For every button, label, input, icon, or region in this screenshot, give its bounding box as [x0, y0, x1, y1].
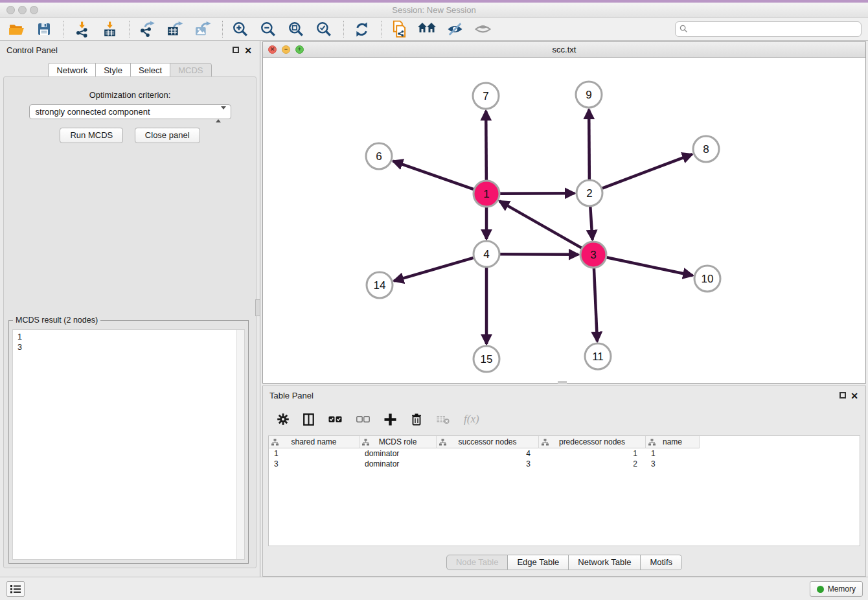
export-network-icon[interactable]: [137, 19, 157, 39]
cell-predecessor-nodes[interactable]: 2: [539, 459, 646, 469]
edge-2-8[interactable]: [602, 154, 692, 188]
delete-column-icon[interactable]: [411, 413, 422, 426]
node-8[interactable]: 8: [693, 136, 719, 162]
zoom-fit-icon[interactable]: [286, 19, 306, 39]
cell-name[interactable]: 1: [646, 448, 700, 459]
node-2[interactable]: 2: [577, 180, 602, 206]
hide-details-eye-icon[interactable]: [445, 19, 464, 39]
task-history-button[interactable]: [6, 581, 25, 597]
close-panel-button[interactable]: Close panel: [135, 128, 200, 143]
function-builder-icon-disabled: f(x): [464, 413, 479, 426]
settings-gear-icon[interactable]: [277, 413, 289, 425]
refresh-layout-icon[interactable]: [352, 19, 371, 39]
float-panel-icon[interactable]: [233, 47, 239, 53]
column-label: shared name: [291, 437, 336, 446]
cell-shared-name[interactable]: 1: [269, 448, 360, 459]
result-scrollbar[interactable]: [236, 330, 244, 559]
node-6[interactable]: 6: [366, 143, 392, 169]
edge-3-1[interactable]: [499, 201, 582, 248]
edge-1-6[interactable]: [393, 161, 474, 189]
mcds-result-text[interactable]: 1 3: [13, 330, 236, 559]
import-table-icon[interactable]: [100, 19, 119, 39]
application-window: Session: New Session: [0, 0, 868, 600]
dropdown-value: strongly connected component: [36, 107, 150, 117]
close-panel-icon[interactable]: ✕: [244, 41, 252, 60]
tab-network-table[interactable]: Network Table: [569, 555, 641, 570]
control-panel: Control Panel ✕ NetworkStyleSelectMCDS O…: [0, 41, 260, 577]
run-mcds-button[interactable]: Run MCDS: [60, 128, 123, 143]
zoom-in-icon[interactable]: [231, 19, 250, 39]
column-layout-icon[interactable]: [303, 413, 314, 426]
node-7[interactable]: 7: [473, 83, 499, 109]
edge-3-10[interactable]: [607, 257, 693, 275]
add-column-icon[interactable]: [384, 413, 396, 426]
svg-text:4: 4: [483, 248, 489, 260]
search-input[interactable]: [675, 21, 862, 37]
column-header-MCDS-role[interactable]: MCDS role: [360, 436, 437, 448]
edge-4-14[interactable]: [394, 258, 474, 281]
cell-MCDS-role[interactable]: dominator: [360, 448, 437, 459]
column-label: MCDS role: [379, 437, 417, 446]
edge-1-7[interactable]: [486, 111, 486, 180]
network-window-titlebar[interactable]: ✕ − + scc.txt: [263, 42, 865, 58]
node-11[interactable]: 11: [585, 343, 611, 369]
cell-successor-nodes[interactable]: 3: [437, 459, 539, 469]
column-header-name[interactable]: name: [646, 436, 700, 448]
export-table-icon[interactable]: [165, 19, 185, 39]
column-header-successor-nodes[interactable]: successor nodes: [437, 436, 539, 448]
table-panel-tabs: Node TableEdge TableNetwork TableMotifs: [263, 555, 865, 570]
clone-network-icon[interactable]: [389, 19, 409, 39]
column-tree-icon: [648, 439, 656, 446]
network-canvas[interactable]: 1234678910111415: [263, 58, 865, 383]
node-10[interactable]: 10: [694, 266, 720, 292]
deselect-all-columns-icon[interactable]: [356, 416, 370, 423]
select-all-columns-icon[interactable]: [328, 416, 342, 423]
column-tree-icon: [271, 439, 279, 446]
show-details-eye-icon[interactable]: [473, 19, 492, 39]
float-table-panel-icon[interactable]: [839, 392, 846, 398]
column-header-shared-name[interactable]: shared name: [269, 436, 360, 448]
tab-edge-table[interactable]: Edge Table: [508, 555, 569, 570]
home-icon[interactable]: [417, 19, 437, 39]
close-table-panel-icon[interactable]: ✕: [851, 386, 858, 406]
edge-2-9[interactable]: [589, 110, 589, 179]
cell-name[interactable]: 3: [646, 459, 700, 469]
node-4[interactable]: 4: [474, 241, 499, 267]
node-9[interactable]: 9: [576, 82, 602, 108]
edge-3-11[interactable]: [594, 268, 597, 341]
node-15[interactable]: 15: [474, 346, 499, 372]
optimization-criterion-dropdown[interactable]: strongly connected component: [29, 104, 231, 119]
cell-predecessor-nodes[interactable]: 1: [539, 448, 646, 459]
zoom-out-icon[interactable]: [258, 19, 278, 39]
network-window: ✕ − + scc.txt 1234678910111415: [262, 41, 866, 384]
memory-button[interactable]: Memory: [810, 581, 863, 597]
svg-text:14: 14: [374, 279, 386, 292]
edge-1-2[interactable]: [500, 193, 575, 194]
cell-shared-name[interactable]: 3: [269, 459, 360, 469]
column-header-predecessor-nodes[interactable]: predecessor nodes: [539, 436, 646, 448]
column-label: name: [663, 437, 682, 446]
control-panel-header: Control Panel ✕: [0, 41, 260, 60]
table-panel: Table Panel ✕: [262, 386, 866, 577]
table-row[interactable]: 1dominator411: [269, 448, 860, 459]
export-image-icon[interactable]: [193, 19, 212, 39]
network-resize-handle[interactable]: [558, 381, 567, 384]
zoom-selected-icon[interactable]: [314, 19, 334, 39]
edge-2-3[interactable]: [590, 207, 592, 240]
column-label: predecessor nodes: [559, 437, 625, 446]
status-bar: Memory: [0, 577, 868, 600]
import-network-icon[interactable]: [72, 19, 91, 39]
tab-motifs[interactable]: Motifs: [641, 555, 682, 570]
table-row[interactable]: 3dominator323: [269, 459, 860, 469]
open-folder-icon[interactable]: [6, 19, 26, 39]
node-1[interactable]: 1: [474, 181, 499, 207]
edge-4-3[interactable]: [500, 254, 578, 255]
save-session-icon[interactable]: [34, 19, 54, 39]
dock-divider-grip[interactable]: [255, 299, 260, 316]
node-3[interactable]: 3: [580, 242, 606, 268]
node-14[interactable]: 14: [367, 272, 393, 298]
table-toolbar: f(x): [269, 407, 859, 432]
cell-successor-nodes[interactable]: 4: [437, 448, 539, 459]
cell-MCDS-role[interactable]: dominator: [360, 459, 437, 469]
tab-node-table[interactable]: Node Table: [446, 555, 508, 570]
